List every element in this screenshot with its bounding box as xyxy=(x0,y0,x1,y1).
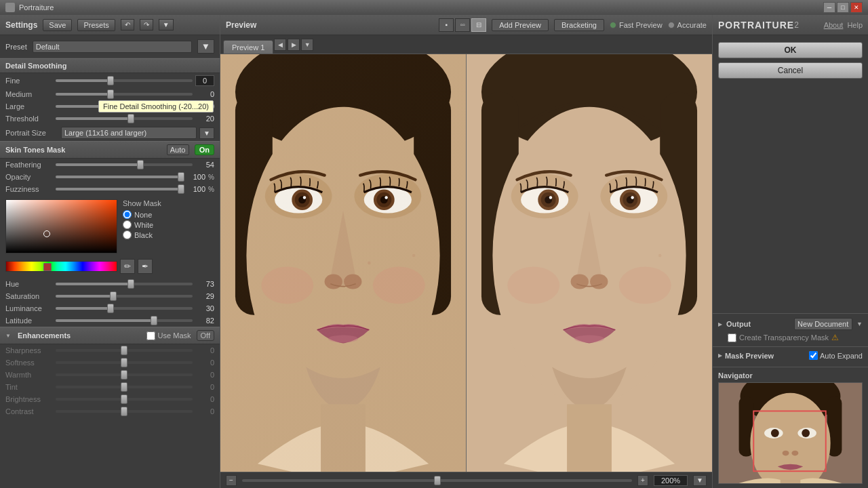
brightness-label: Brightness xyxy=(5,395,53,403)
eyedropper-button[interactable]: ✏ xyxy=(120,259,135,274)
show-mask-none-row: None xyxy=(123,210,161,219)
presets-button[interactable]: Presets xyxy=(77,19,115,31)
svg-point-61 xyxy=(791,451,798,456)
zoom-dropdown-button[interactable]: ▼ xyxy=(693,475,707,486)
save-button[interactable]: Save xyxy=(43,19,72,31)
tab-prev-button[interactable]: ◀ xyxy=(274,39,286,51)
zoom-value[interactable]: 200% xyxy=(654,475,688,486)
mask-preview-collapse-icon[interactable]: ▶ xyxy=(718,352,722,359)
opacity-unit: % xyxy=(208,174,214,181)
hue-slider[interactable] xyxy=(56,283,193,285)
transparency-checkbox[interactable] xyxy=(728,333,736,342)
minimize-button[interactable]: ─ xyxy=(823,2,835,13)
eyedropper2-button[interactable]: ✒ xyxy=(138,259,153,274)
preset-label: Preset xyxy=(5,43,27,51)
ok-button[interactable]: OK xyxy=(718,42,863,58)
output-select[interactable]: New Document xyxy=(794,318,852,330)
feathering-slider[interactable] xyxy=(56,163,193,166)
show-mask-none-radio[interactable] xyxy=(123,210,132,219)
preset-dropdown-button[interactable]: ▼ xyxy=(197,39,214,54)
softness-slider[interactable] xyxy=(56,361,193,364)
contrast-slider-row: Contrast 0 xyxy=(0,405,220,418)
luminance-label: Luminance xyxy=(5,304,53,312)
svg-point-59 xyxy=(802,429,810,437)
skin-tones-title: Skin Tones Mask xyxy=(5,146,161,154)
output-dropdown-icon[interactable]: ▼ xyxy=(856,321,863,327)
saturation-slider[interactable] xyxy=(56,295,193,298)
warmth-slider[interactable] xyxy=(56,373,193,376)
saturation-slider-row: Saturation 29 xyxy=(0,290,220,302)
enhancements-header[interactable]: ▼ Enhancements Use Mask Off xyxy=(0,327,220,344)
add-preview-button[interactable]: Add Preview xyxy=(492,19,549,31)
zoom-slider-thumb[interactable] xyxy=(434,476,441,485)
tab-menu-button[interactable]: ▼ xyxy=(301,39,313,51)
face-svg-left xyxy=(220,54,466,472)
cancel-button[interactable]: Cancel xyxy=(718,62,863,79)
show-mask-white-radio[interactable] xyxy=(123,220,132,229)
about-button[interactable]: About xyxy=(824,21,844,29)
warmth-slider-row: Warmth 0 xyxy=(0,369,220,381)
zoom-slider[interactable] xyxy=(242,479,632,482)
navigator-image[interactable] xyxy=(718,382,863,484)
fine-slider[interactable] xyxy=(56,79,193,82)
show-mask-black-radio[interactable] xyxy=(123,230,132,239)
color-gradient[interactable] xyxy=(5,199,117,253)
portrait-size-select[interactable]: Large (11x16 and larger) xyxy=(61,127,197,139)
undo-button[interactable]: ↶ xyxy=(121,19,134,30)
mask-preview-label: Mask Preview xyxy=(725,352,806,360)
luminance-slider[interactable] xyxy=(56,307,193,310)
tab-next-button[interactable]: ▶ xyxy=(288,39,300,51)
latitude-slider[interactable] xyxy=(56,319,193,322)
hue-value: 73 xyxy=(195,280,214,288)
collapse-icon: ▼ xyxy=(5,333,11,339)
help-button[interactable]: Help xyxy=(847,21,863,29)
right-header: PORTRAITURE 2 About Help xyxy=(713,15,868,35)
preview-single-icon[interactable]: ▪ xyxy=(439,18,454,32)
output-collapse-icon[interactable]: ▶ xyxy=(718,321,722,327)
softness-slider-row: Softness 0 xyxy=(0,357,220,369)
zoom-out-button[interactable]: − xyxy=(226,475,237,486)
contrast-value: 0 xyxy=(195,407,214,415)
enhancements-title: Enhancements xyxy=(18,331,141,340)
color-strip[interactable] xyxy=(5,261,117,272)
show-mask-black-row: Black xyxy=(123,230,161,239)
sharpness-label: Sharpness xyxy=(5,346,53,354)
preview-side-icon[interactable]: ▫▫ xyxy=(455,18,470,32)
zoom-in-button[interactable]: + xyxy=(637,475,648,486)
large-label: Large xyxy=(5,102,53,110)
skin-tones-on-button[interactable]: On xyxy=(195,144,214,155)
enhancements-off-button[interactable]: Off xyxy=(197,330,214,341)
close-button[interactable]: ✕ xyxy=(850,2,863,13)
maximize-button[interactable]: □ xyxy=(837,2,849,13)
preview-tab-1[interactable]: Preview 1 xyxy=(223,40,273,54)
brightness-slider[interactable] xyxy=(56,398,193,401)
navigator-section: Navigator xyxy=(713,367,868,488)
navigator-svg xyxy=(719,383,862,483)
contrast-slider[interactable] xyxy=(56,410,193,413)
sharpness-slider[interactable] xyxy=(56,349,193,352)
threshold-slider[interactable] xyxy=(56,117,193,120)
more-button[interactable]: ▼ xyxy=(159,19,174,30)
fuzziness-slider[interactable] xyxy=(56,188,184,190)
output-label: Output xyxy=(726,320,790,328)
medium-slider[interactable] xyxy=(56,93,193,96)
skin-tones-mode-select[interactable]: Auto xyxy=(167,144,189,155)
preset-select[interactable]: Default xyxy=(33,41,192,53)
warning-icon: ⚠ xyxy=(831,333,839,342)
app-title: Portraiture xyxy=(19,3,54,12)
contrast-label: Contrast xyxy=(5,407,53,415)
fuzziness-value: 100 xyxy=(186,185,205,193)
portrait-size-dropdown[interactable]: ▼ xyxy=(199,127,214,139)
preview-split-icon[interactable]: ⊟ xyxy=(471,18,486,32)
latitude-slider-row: Latitude 82 xyxy=(0,314,220,327)
mask-preview-row: ▶ Mask Preview Auto Expand xyxy=(718,351,863,360)
svg-rect-62 xyxy=(781,480,801,483)
auto-expand-checkbox[interactable] xyxy=(809,351,818,360)
tint-slider[interactable] xyxy=(56,386,193,388)
luminance-slider-row: Luminance 30 xyxy=(0,302,220,314)
redo-button[interactable]: ↷ xyxy=(140,19,153,30)
opacity-slider[interactable] xyxy=(56,176,184,178)
use-mask-checkbox[interactable] xyxy=(146,331,155,340)
fine-value[interactable] xyxy=(195,75,214,86)
bracketing-button[interactable]: Bracketing xyxy=(554,19,604,31)
